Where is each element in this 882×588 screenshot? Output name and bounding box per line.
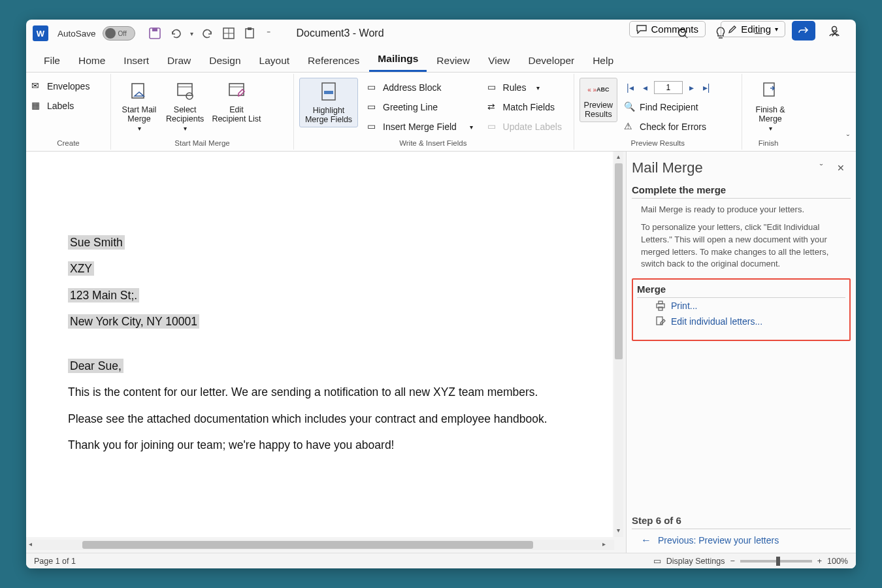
tab-review[interactable]: Review (428, 50, 478, 72)
display-settings-icon[interactable]: ▭ (653, 556, 661, 566)
rules-icon: ▭ (487, 82, 499, 93)
horizontal-scrollbar[interactable]: ◂ ▸ (26, 540, 614, 550)
share-button[interactable] (792, 21, 815, 41)
share-icon (798, 25, 809, 36)
previous-step-label: Previous: Preview your letters (658, 535, 779, 546)
start-mail-merge-button[interactable]: Start Mail Merge▾ (116, 78, 162, 135)
autosave-toggle[interactable]: Off (103, 26, 135, 41)
user-icon (828, 24, 841, 37)
redo-icon[interactable] (201, 27, 214, 40)
pane-options-icon[interactable]: ˇ (811, 158, 831, 178)
vertical-scrollbar[interactable]: ▴ ▾ (614, 152, 623, 537)
vertical-scroll-thumb[interactable] (615, 163, 623, 359)
edit-recipient-list-button[interactable]: Edit Recipient List (208, 78, 265, 126)
status-bar: Page 1 of 1 ▭ Display Settings − + 100% (26, 553, 856, 568)
save-icon[interactable] (148, 27, 161, 40)
labels-label: Labels (47, 101, 74, 111)
quick-access-toolbar: ▾ ⁼ (148, 27, 273, 40)
group-write-label: Write & Insert Fields (294, 139, 574, 148)
autosave-label: AutoSave (57, 29, 96, 39)
rules-button[interactable]: ▭Rules ▾ (487, 78, 563, 97)
body-para-2: Please see the attached documentation wh… (68, 410, 571, 427)
tab-design[interactable]: Design (201, 50, 249, 72)
ribbon-tabs: File Home Insert Draw Design Layout Refe… (26, 47, 856, 72)
scroll-left-icon[interactable]: ◂ (29, 540, 38, 549)
zoom-in-button[interactable]: + (817, 557, 822, 566)
preview-results-icon: « »ABC (587, 81, 610, 98)
select-recipients-icon (174, 80, 196, 103)
previous-step-link[interactable]: ← Previous: Preview your letters (632, 529, 851, 546)
zoom-slider[interactable] (740, 560, 812, 563)
editing-mode-button[interactable]: Editing ▾ (721, 21, 785, 37)
check-errors-button[interactable]: ⚠Check for Errors (624, 117, 731, 137)
display-settings-label[interactable]: Display Settings (666, 557, 725, 566)
edit-individual-link[interactable]: Edit individual letters... (637, 314, 845, 329)
record-input[interactable] (654, 81, 683, 94)
scroll-right-icon[interactable]: ▸ (602, 540, 612, 549)
match-fields-button[interactable]: ⇄Match Fields (487, 97, 563, 117)
last-record-icon[interactable]: ▸| (700, 82, 713, 93)
tab-references[interactable]: References (299, 50, 368, 72)
tab-help[interactable]: Help (584, 50, 622, 72)
tab-mailings[interactable]: Mailings (369, 48, 427, 72)
tab-developer[interactable]: Developer (520, 50, 583, 72)
scroll-down-icon[interactable]: ▾ (614, 527, 622, 536)
zoom-slider-knob[interactable] (776, 557, 780, 566)
finish-merge-label: Finish & Merge (756, 105, 785, 123)
editing-label: Editing (741, 24, 771, 35)
address-block-button[interactable]: ▭Address Block (367, 78, 473, 97)
document-page[interactable]: Sue Smith XZY 123 Main St;. New York Cit… (26, 152, 613, 537)
tab-insert[interactable]: Insert (115, 50, 157, 72)
chevron-down-icon: ▾ (769, 125, 772, 132)
highlight-merge-fields-button[interactable]: Highlight Merge Fields (299, 78, 358, 127)
table-icon[interactable] (222, 27, 235, 40)
check-icon: ⚠ (624, 121, 636, 133)
paste-icon[interactable] (243, 27, 256, 40)
step-indicator: Step 6 of 6 (632, 515, 851, 529)
undo-icon[interactable] (169, 27, 182, 40)
find-recipient-button[interactable]: 🔍Find Recipient (624, 97, 731, 117)
comments-button[interactable]: Comments (629, 21, 706, 37)
print-link[interactable]: Print... (637, 298, 845, 314)
first-record-icon[interactable]: |◂ (624, 82, 636, 93)
greeting-label: Greeting Line (383, 102, 438, 112)
greeting-icon: ▭ (367, 101, 379, 113)
insert-merge-field-button[interactable]: ▭Insert Merge Field ▾ (367, 117, 473, 137)
toggle-knob-icon (105, 28, 116, 39)
pane-close-icon[interactable]: ✕ (831, 158, 851, 178)
tab-home[interactable]: Home (70, 50, 114, 72)
prev-record-icon[interactable]: ◂ (640, 82, 650, 93)
tab-view[interactable]: View (480, 50, 518, 72)
envelopes-button[interactable]: ✉Envelopes (31, 76, 105, 96)
group-create: ✉Envelopes ▦Labels Create (26, 74, 111, 150)
finish-merge-button[interactable]: Finish & Merge▾ (747, 78, 793, 135)
svg-rect-5 (246, 29, 253, 38)
merge-actions-box: Merge Print... Edit individual letters..… (632, 278, 851, 341)
ribbon-collapse-icon[interactable]: ˇ (847, 133, 849, 143)
page-indicator[interactable]: Page 1 of 1 (34, 557, 76, 566)
horizontal-scroll-thumb[interactable] (82, 541, 533, 549)
undo-dropdown-icon[interactable]: ▾ (190, 30, 193, 37)
select-recipients-button[interactable]: Select Recipients▾ (162, 78, 208, 135)
qat-customize-icon[interactable]: ⁼ (264, 29, 273, 38)
tab-file[interactable]: File (35, 50, 69, 72)
greeting-line-button[interactable]: ▭Greeting Line (367, 97, 473, 117)
zoom-out-button[interactable]: − (730, 557, 734, 566)
group-start-mail-merge: Start Mail Merge▾ Select Recipients▾ Edi… (111, 74, 294, 150)
arrow-left-icon: ← (641, 534, 651, 546)
account-button[interactable] (825, 21, 844, 41)
preview-results-button[interactable]: « »ABC Preview Results (580, 78, 617, 122)
scroll-up-icon[interactable]: ▴ (614, 153, 622, 162)
chevron-down-icon: ▾ (775, 25, 778, 33)
merge-field-street: 123 Main St;. (68, 288, 139, 302)
merge-personalize-text: To personalize your letters, click "Edit… (632, 216, 851, 270)
tab-layout[interactable]: Layout (251, 50, 299, 72)
preview-results-label: Preview Results (584, 101, 613, 119)
zoom-value[interactable]: 100% (827, 557, 848, 566)
next-record-icon[interactable]: ▸ (687, 82, 696, 93)
print-link-label: Print... (671, 301, 697, 311)
labels-button[interactable]: ▦Labels (31, 96, 105, 116)
tab-draw[interactable]: Draw (159, 50, 199, 72)
group-write-insert: Highlight Merge Fields ▭Address Block ▭G… (294, 74, 574, 150)
svg-rect-1 (152, 28, 157, 31)
